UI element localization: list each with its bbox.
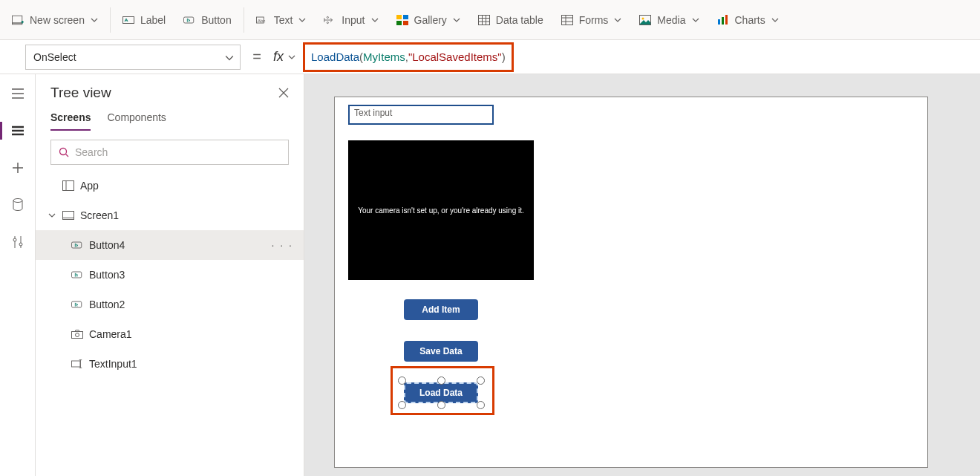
input-label: Input — [342, 14, 365, 26]
insert-forms-menu[interactable]: Forms — [552, 10, 631, 30]
tree-item-camera1[interactable]: Camera1 — [36, 319, 304, 349]
forms-icon — [561, 14, 573, 26]
paren-close: ) — [502, 50, 506, 63]
gallery-icon — [396, 14, 408, 26]
canvas-save-data-button[interactable]: Save Data — [404, 341, 478, 362]
formula-highlight: LoadData( MyItems, "LocalSavedItems" ) — [303, 42, 514, 72]
property-dropdown[interactable]: OnSelect — [25, 45, 241, 70]
svg-text:Abc: Abc — [257, 17, 265, 22]
formula-function: LoadData — [311, 50, 359, 63]
forms-label: Forms — [579, 14, 609, 26]
hamburger-button[interactable] — [6, 82, 30, 105]
tree-item-app[interactable]: App — [36, 171, 304, 200]
main-area: Tree view Screens Components Search App — [0, 74, 980, 476]
tree-item-button4[interactable]: Button4 · · · — [36, 230, 304, 260]
resize-handle[interactable] — [398, 376, 406, 385]
formula-bar: OnSelect = fx LoadData( MyItems, "LocalS… — [0, 40, 980, 74]
insert-charts-menu[interactable]: Charts — [708, 10, 788, 30]
canvas-area[interactable]: Text input Your camera isn't set up, or … — [304, 74, 980, 476]
media-label: Media — [657, 14, 685, 26]
tab-screens[interactable]: Screens — [50, 111, 91, 131]
tree-item-button2[interactable]: Button2 — [36, 290, 304, 319]
equals-sign: = — [241, 48, 273, 65]
button-icon — [183, 14, 195, 26]
label-icon — [122, 14, 134, 26]
tree-label: Screen1 — [80, 209, 119, 221]
svg-point-22 — [60, 149, 67, 155]
tree-view-title: Tree view — [50, 85, 111, 101]
tree-label: TextInput1 — [89, 358, 137, 370]
chevron-down-icon — [692, 16, 699, 24]
chevron-down-icon — [48, 212, 56, 219]
tree-item-button3[interactable]: Button3 — [36, 260, 304, 290]
svg-rect-27 — [71, 272, 81, 278]
chevron-down-icon — [771, 16, 779, 24]
svg-rect-23 — [63, 181, 74, 191]
canvas-load-data-button[interactable]: Load Data — [404, 382, 478, 403]
insert-label[interactable]: Label — [114, 10, 174, 30]
svg-point-21 — [19, 243, 22, 246]
tab-components[interactable]: Components — [107, 111, 166, 131]
resize-handle[interactable] — [477, 401, 485, 409]
svg-point-15 — [642, 17, 644, 19]
canvas-add-item-button[interactable]: Add Item — [404, 299, 478, 320]
tree-search[interactable]: Search — [50, 140, 289, 165]
camera-message: Your camera isn't set up, or you're alre… — [358, 206, 524, 215]
fx-label: fx — [273, 49, 284, 65]
textinput-icon — [71, 358, 83, 370]
gallery-label: Gallery — [414, 14, 447, 26]
insert-gallery-menu[interactable]: Gallery — [388, 10, 469, 30]
resize-handle[interactable] — [437, 401, 445, 409]
svg-rect-12 — [478, 15, 489, 25]
new-screen-label: New screen — [30, 14, 85, 26]
search-icon — [59, 147, 69, 157]
canvas-camera[interactable]: Your camera isn't set up, or you're alre… — [348, 140, 534, 280]
resize-handle[interactable] — [477, 376, 485, 385]
insert-text-menu[interactable]: Abc Text — [247, 10, 316, 30]
insert-datatable[interactable]: Data table — [469, 10, 552, 30]
svg-rect-28 — [71, 301, 81, 307]
more-button[interactable]: · · · — [272, 239, 293, 251]
button-icon — [71, 299, 83, 310]
tree-label: Button3 — [89, 269, 125, 281]
svg-point-7 — [327, 22, 329, 23]
svg-rect-16 — [718, 19, 720, 25]
svg-rect-13 — [561, 15, 572, 25]
tools-rail-button[interactable] — [6, 230, 30, 254]
datatable-label: Data table — [496, 14, 543, 26]
insert-media-menu[interactable]: Media — [630, 10, 708, 30]
tree-list: App Screen1 Button4 · · · Butt — [36, 171, 304, 476]
canvas-text-input[interactable]: Text input — [348, 105, 494, 125]
formula-input[interactable]: LoadData( MyItems, "LocalSavedItems" ) — [300, 40, 980, 74]
tree-item-textinput1[interactable]: TextInput1 — [36, 349, 304, 379]
close-panel-button[interactable] — [278, 88, 289, 98]
datatable-icon — [478, 14, 490, 26]
svg-rect-11 — [403, 21, 408, 25]
app-canvas[interactable]: Text input Your camera isn't set up, or … — [334, 97, 928, 468]
separator — [110, 7, 111, 33]
insert-input-menu[interactable]: Input — [315, 10, 387, 30]
svg-rect-25 — [63, 218, 74, 220]
svg-rect-10 — [396, 21, 402, 25]
tree-view-rail-button[interactable] — [6, 119, 30, 143]
tree-item-screen1[interactable]: Screen1 — [36, 200, 304, 230]
chevron-down-icon — [371, 16, 379, 24]
charts-icon — [717, 14, 729, 26]
chevron-down-icon — [453, 16, 460, 24]
data-rail-button[interactable] — [6, 193, 30, 217]
button-icon — [71, 239, 83, 251]
resize-handle[interactable] — [437, 376, 445, 385]
tree-label: App — [80, 180, 99, 192]
new-screen-menu[interactable]: New screen — [3, 10, 107, 30]
media-icon — [639, 14, 651, 26]
svg-rect-31 — [71, 361, 80, 367]
insert-rail-button[interactable] — [6, 156, 30, 180]
text-label: Text — [274, 14, 293, 26]
tree-label: Button4 — [89, 239, 125, 251]
resize-handle[interactable] — [398, 401, 406, 409]
new-screen-icon — [12, 14, 24, 26]
fx-button[interactable]: fx — [273, 49, 300, 65]
svg-rect-26 — [71, 242, 81, 248]
insert-button[interactable]: Button — [174, 10, 240, 30]
search-placeholder: Search — [75, 146, 108, 158]
